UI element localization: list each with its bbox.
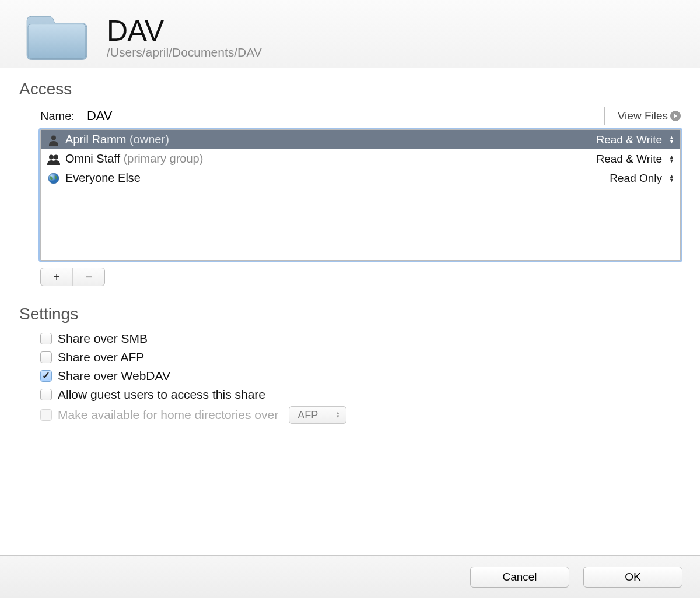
arrow-right-icon — [670, 111, 681, 121]
checkbox[interactable] — [40, 333, 52, 344]
home-protocol-select: AFP ▲▼ — [289, 406, 346, 424]
stepper-icon[interactable]: ▲▼ — [669, 136, 674, 144]
checkbox[interactable] — [40, 389, 52, 400]
svg-point-0 — [51, 135, 56, 140]
permission-select[interactable]: Read & Write — [596, 133, 662, 146]
setting-label: Share over WebDAV — [58, 369, 170, 383]
stepper-icon[interactable]: ▲▼ — [669, 155, 674, 163]
setting-guest[interactable]: Allow guest users to access this share — [40, 388, 681, 402]
svg-point-1 — [49, 154, 54, 159]
access-row-everyone[interactable]: Everyone Else Read Only ▲▼ — [41, 168, 680, 188]
person-icon — [47, 134, 61, 146]
name-input[interactable] — [82, 107, 605, 125]
footer: Cancel OK — [0, 555, 700, 598]
access-list[interactable]: April Ramm (owner) Read & Write ▲▼ Omni … — [40, 129, 681, 261]
permission-select[interactable]: Read & Write — [596, 153, 662, 166]
setting-label: Allow guest users to access this share — [58, 388, 265, 402]
setting-webdav[interactable]: Share over WebDAV — [40, 369, 681, 383]
setting-smb[interactable]: Share over SMB — [40, 332, 681, 346]
globe-icon — [47, 173, 61, 184]
add-button[interactable]: + — [41, 268, 72, 286]
cancel-button[interactable]: Cancel — [470, 567, 569, 588]
setting-afp[interactable]: Share over AFP — [40, 350, 681, 364]
access-section-title: Access — [19, 80, 681, 99]
access-name: April Ramm (owner) — [65, 133, 592, 146]
access-row-group[interactable]: Omni Staff (primary group) Read & Write … — [41, 149, 680, 168]
checkbox[interactable] — [40, 351, 52, 363]
permission-select[interactable]: Read Only — [610, 172, 662, 185]
name-label: Name: — [40, 110, 75, 123]
view-files-label: View Files — [618, 110, 668, 122]
stepper-icon: ▲▼ — [335, 411, 340, 418]
checkbox[interactable] — [40, 370, 52, 382]
content: Access Name: View Files April Ramm (owne… — [0, 68, 700, 555]
svg-point-2 — [54, 154, 58, 159]
header: DAV /Users/april/Documents/DAV — [0, 0, 700, 68]
setting-label: Share over SMB — [58, 332, 148, 346]
folder-icon — [23, 9, 90, 64]
checkbox — [40, 409, 52, 421]
page-title: DAV — [107, 14, 262, 48]
setting-home-directories: Make available for home directories over… — [40, 406, 681, 424]
group-icon — [47, 153, 61, 165]
add-remove-segmented: + − — [40, 268, 105, 286]
access-row-owner[interactable]: April Ramm (owner) Read & Write ▲▼ — [41, 130, 680, 149]
view-files-link[interactable]: View Files — [618, 110, 681, 122]
setting-label: Make available for home directories over — [58, 408, 278, 422]
settings-section-title: Settings — [19, 305, 681, 323]
access-name: Omni Staff (primary group) — [65, 152, 592, 166]
stepper-icon[interactable]: ▲▼ — [669, 174, 674, 182]
setting-label: Share over AFP — [58, 350, 144, 364]
svg-point-3 — [48, 173, 59, 184]
access-name: Everyone Else — [65, 171, 605, 185]
folder-path: /Users/april/Documents/DAV — [107, 45, 262, 59]
remove-button[interactable]: − — [73, 268, 104, 286]
ok-button[interactable]: OK — [583, 567, 682, 588]
